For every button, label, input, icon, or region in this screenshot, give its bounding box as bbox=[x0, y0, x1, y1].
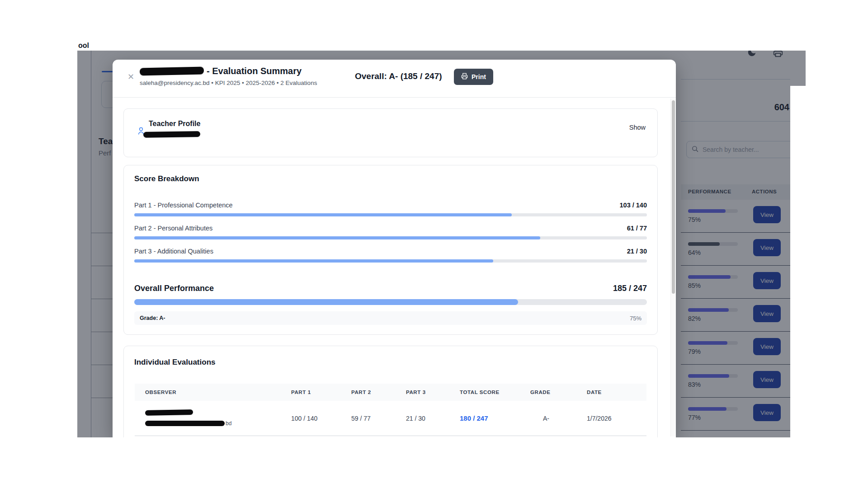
modal-scrollbar-track bbox=[670, 99, 675, 436]
column-header-part2: PART 2 bbox=[351, 389, 406, 395]
redacted-teacher-name bbox=[140, 67, 204, 76]
redacted-observer-email bbox=[145, 421, 225, 426]
part-progress-bar bbox=[134, 213, 647, 216]
modal-body: Teacher Profile Show Score Breakdown Par… bbox=[113, 98, 676, 437]
part-label: Part 1 - Professional Competence bbox=[134, 202, 233, 209]
observer-cell: bd bbox=[145, 410, 291, 426]
individual-evaluations-card: Individual Evaluations OBSERVER PART 1 P… bbox=[123, 346, 658, 437]
part-score: 103 / 140 bbox=[620, 202, 647, 209]
part-score: 61 / 77 bbox=[627, 225, 647, 232]
part-progress-bar bbox=[134, 259, 647, 263]
app-window: Tea Perf 604 PERFORMANCE ACTIONS bbox=[77, 51, 806, 437]
grade-strip: Grade: A- 75% bbox=[134, 311, 647, 325]
part-label: Part 3 - Additional Qualities bbox=[134, 248, 213, 255]
part-progress-bar bbox=[134, 236, 647, 239]
part-score: 21 / 30 bbox=[627, 248, 647, 255]
total-score: 180 / 247 bbox=[460, 414, 530, 422]
part3-score: 21 / 30 bbox=[406, 415, 460, 422]
grade-cell: A- bbox=[530, 415, 587, 422]
score-parts: Part 1 - Professional Competence 103 / 1… bbox=[134, 202, 647, 271]
redacted-teacher-name bbox=[143, 131, 200, 138]
column-header-date: DATE bbox=[587, 389, 646, 395]
column-header-part1: PART 1 bbox=[291, 389, 351, 395]
score-part-row: Part 2 - Personal Attributes 61 / 77 bbox=[134, 225, 647, 239]
grade-percent: 75% bbox=[630, 315, 642, 322]
modal-title-block: - Evaluation Summary saleha@presidency.a… bbox=[140, 66, 317, 86]
overall-performance-score: 185 / 247 bbox=[613, 284, 647, 293]
part-label: Part 2 - Personal Attributes bbox=[134, 225, 212, 232]
score-breakdown-card: Score Breakdown Part 1 - Professional Co… bbox=[123, 165, 658, 335]
column-header-part3: PART 3 bbox=[406, 389, 460, 395]
column-header-total-score: TOTAL SCORE bbox=[460, 389, 530, 395]
evaluations-table-header: OBSERVER PART 1 PART 2 PART 3 TOTAL SCOR… bbox=[135, 384, 646, 401]
overall-performance-title: Overall Performance bbox=[134, 284, 214, 293]
page-scroll-gutter bbox=[790, 86, 806, 437]
column-header-grade: GRADE bbox=[530, 389, 587, 395]
score-part-row: Part 1 - Professional Competence 103 / 1… bbox=[134, 202, 647, 216]
page: ool Tea Perf 604 bbox=[0, 0, 868, 488]
individual-evaluations-title: Individual Evaluations bbox=[134, 358, 215, 367]
modal-scrollbar-thumb[interactable] bbox=[672, 100, 675, 294]
part1-score: 100 / 140 bbox=[291, 415, 351, 422]
modal-title: - Evaluation Summary bbox=[207, 66, 302, 76]
page-text-fragment: ool bbox=[78, 42, 89, 50]
score-breakdown-title: Score Breakdown bbox=[134, 174, 199, 183]
observer-email-fragment: bd bbox=[226, 420, 231, 427]
part2-score: 59 / 77 bbox=[351, 415, 406, 422]
redacted-observer-name bbox=[145, 409, 193, 416]
teacher-profile-card: Teacher Profile Show bbox=[123, 108, 658, 157]
modal-header: ✕ - Evaluation Summary saleha@presidency… bbox=[113, 60, 676, 98]
grade-label: Grade: A- bbox=[140, 315, 165, 321]
modal-subtitle: saleha@presidency.ac.bd • KPI 2025 • 202… bbox=[140, 80, 317, 86]
score-part-row: Part 3 - Additional Qualities 21 / 30 bbox=[134, 248, 647, 263]
evaluation-row: bd 100 / 140 59 / 77 21 / 30 180 / 247 A… bbox=[135, 401, 646, 436]
show-toggle[interactable]: Show bbox=[629, 124, 646, 131]
overall-progress-bar bbox=[134, 299, 647, 305]
date-cell: 1/7/2026 bbox=[587, 415, 646, 422]
print-button-label: Print bbox=[472, 73, 486, 80]
column-header-observer: OBSERVER bbox=[145, 389, 291, 395]
overall-score-summary: Overall: A- (185 / 247) bbox=[355, 71, 442, 81]
evaluations-table: OBSERVER PART 1 PART 2 PART 3 TOTAL SCOR… bbox=[135, 384, 646, 436]
printer-icon bbox=[461, 73, 468, 81]
close-icon[interactable]: ✕ bbox=[127, 72, 134, 82]
evaluation-summary-modal: ✕ - Evaluation Summary saleha@presidency… bbox=[113, 60, 676, 437]
overall-performance: Overall Performance 185 / 247 Grade: A- … bbox=[134, 284, 647, 325]
print-button[interactable]: Print bbox=[454, 69, 493, 85]
teacher-profile-title: Teacher Profile bbox=[149, 120, 200, 128]
